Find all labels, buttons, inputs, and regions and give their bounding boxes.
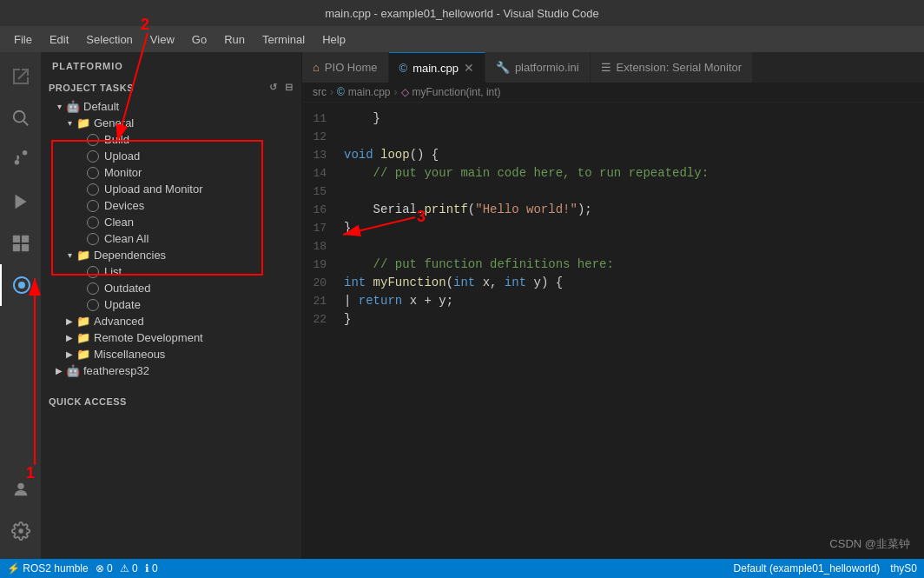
sidebar-item-devices[interactable]: Devices (42, 197, 301, 214)
folder-icon: 📁 (76, 348, 90, 361)
line-num-19: 19 (302, 256, 344, 274)
code-line-11: 11 } (302, 110, 924, 128)
code-line-13: 13 void loop() { (302, 146, 924, 164)
code-line-14: 14 // put your main code here, to run re… (302, 164, 924, 183)
sidebar-item-miscellaneous[interactable]: ▶ 📁 Miscellaneous (42, 346, 301, 362)
ini-file-icon: 🔧 (496, 61, 510, 74)
code-line-22: 22 } (302, 310, 924, 329)
code-editor[interactable]: 11 } 12 13 void loop() { 14 // put your … (302, 103, 924, 559)
chevron-right-icon: ▶ (63, 316, 76, 326)
menu-item-help[interactable]: Help (315, 30, 353, 50)
activity-account-icon[interactable] (0, 468, 42, 510)
sidebar-item-general-label: General (94, 116, 134, 130)
sidebar: PLATFORMIO PROJECT TASKS ↺ ⊟ ▾ 🤖 Default… (42, 52, 302, 559)
sidebar-item-clean-all[interactable]: Clean All (42, 230, 301, 247)
chevron-down-icon: ▾ (63, 118, 76, 128)
sidebar-item-remote-dev[interactable]: ▶ 📁 Remote Development (42, 329, 301, 346)
status-bar: ⚡ ROS2 humble ⊗ 0 ⚠ 0 ℹ 0 Default (examp… (0, 559, 924, 578)
sidebar-item-default[interactable]: ▾ 🤖 Default (42, 98, 301, 115)
code-line-21: 21 | return x + y; (302, 292, 924, 310)
sidebar-item-featheresp32[interactable]: ▶ 🤖 featheresp32 (42, 362, 301, 379)
serial-monitor-icon: ☰ (601, 61, 611, 74)
activity-search-icon[interactable] (0, 97, 42, 139)
tab-platformio-ini-label: platformio.ini (515, 61, 579, 74)
line-content-18 (344, 237, 924, 256)
tab-serial-monitor[interactable]: ☰ Extension: Serial Monitor (591, 52, 754, 83)
sidebar-item-outdated[interactable]: Outdated (42, 280, 301, 296)
line-content-13: void loop() { (344, 146, 924, 164)
status-right: Default (example01_helloworld) thyS0 (734, 562, 917, 575)
line-num-13: 13 (302, 146, 344, 164)
line-num-16: 16 (302, 201, 344, 219)
menu-item-run[interactable]: Run (217, 30, 252, 50)
sidebar-item-upload-label: Upload (104, 149, 140, 163)
sidebar-item-miscellaneous-label: Miscellaneous (94, 348, 165, 361)
sidebar-item-list-label: List (104, 265, 122, 278)
tab-pio-home[interactable]: ⌂ PIO Home (302, 52, 389, 83)
editor-area: ⌂ PIO Home © main.cpp ✕ 🔧 platformio.ini… (302, 52, 924, 559)
activity-platformio-icon[interactable] (0, 264, 42, 306)
task-circle-icon (87, 167, 99, 179)
pio-home-icon: ⌂ (313, 61, 320, 74)
sidebar-item-clean[interactable]: Clean (42, 214, 301, 230)
task-circle-icon (87, 282, 99, 295)
breadcrumb-func-icon: ◇ (401, 86, 409, 98)
activity-explorer-icon[interactable] (0, 56, 42, 97)
sidebar-item-upload[interactable]: Upload (42, 148, 301, 164)
line-num-21: 21 (302, 292, 344, 310)
sidebar-item-dependencies[interactable]: ▾ 📁 Dependencies (42, 247, 301, 263)
breadcrumb-sep: › (394, 86, 398, 98)
refresh-icon[interactable]: ↺ (267, 80, 280, 95)
tab-main-cpp[interactable]: © main.cpp ✕ (389, 52, 485, 83)
sidebar-platform-header: PLATFORMIO (42, 52, 301, 76)
menu-item-go[interactable]: Go (185, 30, 214, 50)
sidebar-item-upload-monitor-label: Upload and Monitor (104, 183, 202, 196)
sidebar-item-update[interactable]: Update (42, 296, 301, 313)
chevron-down-icon: ▾ (52, 102, 66, 111)
task-circle-icon (87, 200, 99, 212)
activity-source-control-icon[interactable] (0, 139, 42, 181)
robot-icon: 🤖 (66, 100, 80, 113)
code-line-18: 18 (302, 237, 924, 256)
task-circle-icon (87, 183, 99, 196)
menu-item-terminal[interactable]: Terminal (255, 30, 312, 50)
activity-bar (0, 52, 42, 559)
quick-access-header: QUICK ACCESS (42, 393, 301, 410)
sidebar-item-build[interactable]: Build (42, 131, 301, 148)
activity-debug-icon[interactable] (0, 181, 42, 223)
chevron-right-icon: ▶ (63, 349, 76, 359)
sidebar-item-list[interactable]: List (42, 263, 301, 280)
menu-item-file[interactable]: File (7, 30, 39, 50)
activity-settings-icon[interactable] (0, 510, 42, 552)
collapse-icon[interactable]: ⊟ (283, 80, 295, 95)
sidebar-item-general[interactable]: ▾ 📁 General (42, 115, 301, 131)
menu-item-edit[interactable]: Edit (43, 30, 76, 50)
sidebar-item-clean-all-label: Clean All (104, 232, 148, 245)
activity-extensions-icon[interactable] (0, 223, 42, 264)
sidebar-item-monitor[interactable]: Monitor (42, 164, 301, 181)
task-circle-icon (87, 216, 99, 229)
task-circle-icon (87, 150, 99, 163)
menu-item-selection[interactable]: Selection (79, 30, 139, 50)
breadcrumb-file: main.cpp (348, 86, 391, 98)
line-content-12 (344, 128, 924, 146)
tab-close-button[interactable]: ✕ (464, 61, 474, 75)
cpp-file-icon: © (399, 62, 408, 75)
breadcrumb-file-icon: © (337, 86, 345, 98)
tab-platformio-ini[interactable]: 🔧 platformio.ini (485, 52, 591, 83)
sidebar-item-advanced-label: Advanced (94, 315, 144, 328)
line-content-21: | return x + y; (344, 292, 924, 310)
folder-icon: 📁 (76, 331, 90, 344)
status-errors: ⊗ 0 (96, 562, 113, 575)
task-circle-icon (87, 134, 99, 146)
section-header-icons: ↺ ⊟ (267, 80, 294, 95)
status-warnings: ⚠ 0 (120, 562, 138, 575)
sidebar-item-upload-monitor[interactable]: Upload and Monitor (42, 181, 301, 197)
sidebar-item-build-label: Build (104, 133, 129, 146)
breadcrumb-func: myFunction(int, int) (412, 86, 501, 98)
sidebar-item-advanced[interactable]: ▶ 📁 Advanced (42, 313, 301, 329)
line-content-20: int myFunction(int x, int y) { (344, 274, 924, 292)
status-info: ℹ 0 (145, 562, 158, 575)
menu-item-view[interactable]: View (143, 30, 182, 50)
project-tasks-header: PROJECT TASKS ↺ ⊟ (42, 76, 301, 98)
